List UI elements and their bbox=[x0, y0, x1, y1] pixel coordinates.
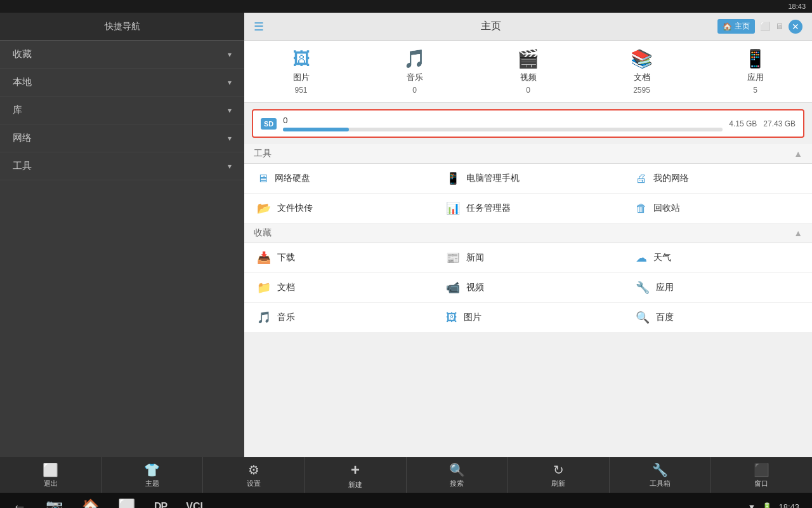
icon-music[interactable]: 🎵 音乐 0 bbox=[358, 48, 471, 95]
my-network-label: 我的网络 bbox=[653, 173, 689, 184]
fav-pictures-label: 图片 bbox=[464, 312, 481, 323]
fav-music[interactable]: 🎵 音乐 bbox=[244, 303, 433, 333]
battery-icon: 🔋 bbox=[762, 502, 772, 509]
fav-video-icon: 📹 bbox=[446, 281, 460, 295]
news-icon: 📰 bbox=[446, 251, 460, 265]
icon-apps[interactable]: 📱 应用 5 bbox=[698, 48, 812, 95]
wifi-icon: ▼ bbox=[748, 502, 756, 509]
recents-nav-icon[interactable]: ⬜ bbox=[118, 498, 135, 508]
sidebar-label-favorites: 收藏 bbox=[13, 48, 32, 60]
refresh-icon: ↻ bbox=[553, 462, 564, 478]
fav-weather[interactable]: ☁ 天气 bbox=[623, 243, 812, 273]
weather-label: 天气 bbox=[653, 252, 671, 264]
camera-nav-icon[interactable]: 📷 bbox=[46, 498, 63, 508]
dp-nav-icon[interactable]: DP bbox=[154, 501, 167, 508]
sidebar-title: 快捷导航 bbox=[105, 21, 140, 32]
fav-music-label: 音乐 bbox=[277, 312, 295, 323]
nav-icons: ← 📷 🏠 ⬜ DP VCI bbox=[13, 498, 203, 508]
sidebar-label-network: 网络 bbox=[13, 132, 32, 144]
fav-music-icon: 🎵 bbox=[257, 311, 271, 324]
tools-collapse-icon[interactable]: ▲ bbox=[794, 149, 802, 159]
system-top-bar: 18:43 bbox=[0, 0, 812, 13]
vci-nav-icon[interactable]: VCI bbox=[186, 501, 203, 508]
toolbar-theme-button[interactable]: 👕 主题 bbox=[102, 457, 203, 493]
top-icons-row: 🖼 图片 951 🎵 音乐 0 🎬 视频 0 📚 文档 2595 bbox=[244, 41, 812, 103]
fav-download[interactable]: 📥 下载 bbox=[244, 243, 433, 273]
hamburger-icon[interactable]: ☰ bbox=[254, 20, 264, 34]
toolbar-exit-button[interactable]: ⬜ 退出 bbox=[0, 457, 102, 493]
task-manager-label: 任务管理器 bbox=[466, 203, 511, 214]
close-button[interactable]: ✕ bbox=[789, 20, 802, 34]
fav-baidu[interactable]: 🔍 百度 bbox=[623, 303, 812, 333]
monitor-icon[interactable]: 🖥 bbox=[775, 22, 783, 31]
tool-my-network[interactable]: 🖨 我的网络 bbox=[623, 164, 812, 194]
icon-video[interactable]: 🎬 视频 0 bbox=[471, 48, 585, 95]
fav-video[interactable]: 📹 视频 bbox=[433, 273, 622, 303]
tool-task-manager[interactable]: 📊 任务管理器 bbox=[433, 194, 622, 224]
new-label: 新建 bbox=[348, 480, 362, 490]
documents-label: 文档 bbox=[634, 72, 650, 83]
home-label: 主页 bbox=[735, 21, 750, 32]
chevron-down-icon-library: ▾ bbox=[228, 106, 232, 115]
fav-apps[interactable]: 🔧 应用 bbox=[623, 273, 812, 303]
weather-icon: ☁ bbox=[636, 251, 647, 265]
toolbox-label: 工具箱 bbox=[650, 479, 671, 488]
pc-manage-phone-icon: 📱 bbox=[446, 171, 460, 185]
search-icon: 🔍 bbox=[449, 462, 465, 478]
home-nav-icon[interactable]: 🏠 bbox=[82, 498, 99, 508]
fav-documents[interactable]: 📁 文档 bbox=[244, 273, 433, 303]
fav-apps-label: 应用 bbox=[656, 282, 674, 293]
window-label: 窗口 bbox=[754, 479, 768, 488]
toolbar-refresh-button[interactable]: ↻ 刷新 bbox=[508, 457, 610, 493]
toolbar-toolbox-button[interactable]: 🔧 工具箱 bbox=[610, 457, 711, 493]
content-area: ☰ 主页 🏠 主页 ⬜ 🖥 ✕ 🖼 图片 951 bbox=[244, 13, 812, 457]
sidebar-item-tools[interactable]: 工具 ▾ bbox=[0, 152, 244, 180]
settings-icon: ⚙ bbox=[248, 462, 259, 478]
theme-label: 主题 bbox=[145, 479, 159, 488]
toolbar-search-button[interactable]: 🔍 搜索 bbox=[407, 457, 508, 493]
main-layout: 快捷导航 收藏 ▾ 本地 ▾ 库 ▾ 网络 ▾ 工具 ▾ ☰ 主页 bbox=[0, 13, 812, 457]
back-nav-icon[interactable]: ← bbox=[13, 498, 27, 508]
header-right: 🏠 主页 ⬜ 🖥 ✕ bbox=[717, 19, 802, 34]
toolbar-window-button[interactable]: ⬛ 窗口 bbox=[711, 457, 812, 493]
sd-card-bar[interactable]: SD 0 4.15 GB 27.43 GB bbox=[252, 109, 804, 138]
tool-network-disk[interactable]: 🖥 网络硬盘 bbox=[244, 164, 433, 194]
news-label: 新闻 bbox=[466, 252, 484, 264]
pc-manage-phone-label: 电脑管理手机 bbox=[466, 173, 520, 184]
favorites-section-title: 收藏 bbox=[254, 227, 272, 239]
window-icon[interactable]: ⬜ bbox=[760, 22, 770, 31]
status-time-top: 18:43 bbox=[788, 3, 806, 10]
toolbar-new-button[interactable]: + 新建 bbox=[304, 457, 406, 493]
sidebar-label-library: 库 bbox=[13, 104, 22, 116]
toolbar-settings-button[interactable]: ⚙ 设置 bbox=[203, 457, 304, 493]
tools-section-header: 工具 ▲ bbox=[244, 144, 812, 164]
fav-news[interactable]: 📰 新闻 bbox=[433, 243, 622, 273]
file-transfer-icon: 📂 bbox=[257, 201, 271, 215]
tool-file-transfer[interactable]: 📂 文件快传 bbox=[244, 194, 433, 224]
sidebar-item-local[interactable]: 本地 ▾ bbox=[0, 69, 244, 97]
home-button[interactable]: 🏠 主页 bbox=[717, 19, 755, 34]
status-icons: ▼ 🔋 18:43 bbox=[748, 502, 799, 509]
tools-grid: 🖥 网络硬盘 📱 电脑管理手机 🖨 我的网络 📂 文件快传 📊 任 bbox=[244, 164, 812, 224]
scroll-content: 🖼 图片 951 🎵 音乐 0 🎬 视频 0 📚 文档 2595 bbox=[244, 41, 812, 457]
tool-pc-manage-phone[interactable]: 📱 电脑管理手机 bbox=[433, 164, 622, 194]
exit-icon: ⬜ bbox=[43, 462, 58, 478]
status-time: 18:43 bbox=[778, 502, 799, 509]
documents-icon: 📚 bbox=[631, 48, 653, 69]
sd-badge: SD bbox=[261, 118, 277, 130]
sidebar-item-network[interactable]: 网络 ▾ bbox=[0, 124, 244, 152]
icon-documents[interactable]: 📚 文档 2595 bbox=[585, 48, 698, 95]
sidebar-item-library[interactable]: 库 ▾ bbox=[0, 97, 244, 124]
sidebar: 快捷导航 收藏 ▾ 本地 ▾ 库 ▾ 网络 ▾ 工具 ▾ bbox=[0, 13, 244, 457]
network-disk-icon: 🖥 bbox=[257, 172, 268, 185]
fav-pictures[interactable]: 🖼 图片 bbox=[433, 303, 622, 333]
tool-recycle-bin[interactable]: 🗑 回收站 bbox=[623, 194, 812, 224]
bottom-toolbar: ⬜ 退出 👕 主题 ⚙ 设置 + 新建 🔍 搜索 ↻ 刷新 🔧 工具箱 ⬛ 窗口 bbox=[0, 457, 812, 493]
chevron-down-icon-local: ▾ bbox=[228, 78, 232, 87]
sidebar-item-favorites[interactable]: 收藏 ▾ bbox=[0, 41, 244, 69]
sidebar-label-local: 本地 bbox=[13, 76, 32, 88]
system-bottom-bar: ← 📷 🏠 ⬜ DP VCI ▼ 🔋 18:43 bbox=[0, 493, 812, 508]
favorites-collapse-icon[interactable]: ▲ bbox=[794, 228, 802, 238]
sd-progress-track bbox=[283, 128, 723, 131]
icon-pictures[interactable]: 🖼 图片 951 bbox=[244, 48, 358, 95]
